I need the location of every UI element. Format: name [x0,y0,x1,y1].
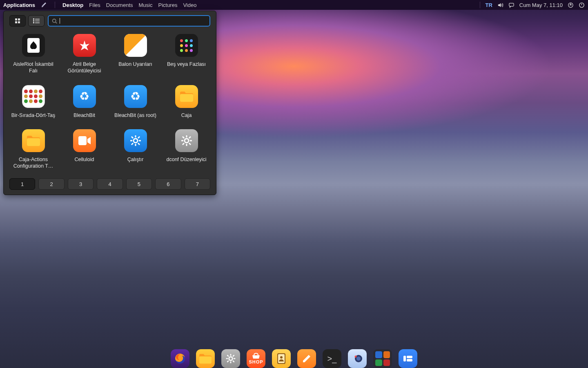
search-input[interactable] [62,18,206,24]
app-caja[interactable]: Caja [163,85,210,119]
video-icon [73,129,96,152]
power-icon[interactable] [579,2,585,8]
clock[interactable]: Cum May 7, 11:10 [519,2,563,8]
app-bleachbit-root[interactable]: ♻ BleachBit (as root) [111,85,159,119]
svg-rect-29 [403,356,406,361]
app-bleachbit[interactable]: ♻ BleachBit [60,85,108,119]
gear-icon [124,129,147,152]
svg-rect-8 [35,19,40,20]
svg-point-18 [134,139,138,143]
app-launcher: AisleRiot İskambil Falı Atril Belge Görü… [3,11,216,195]
page-2[interactable]: 2 [38,178,64,190]
list-view-button[interactable] [28,15,45,27]
page-6[interactable]: 6 [155,178,181,190]
svg-rect-3 [15,18,17,20]
svg-point-27 [356,357,361,361]
app-atril[interactable]: Atril Belge Görüntüleyicisi [60,34,108,74]
place-desktop[interactable]: Desktop [62,2,83,8]
svg-rect-7 [33,18,34,20]
connect4-icon [22,85,45,108]
svg-rect-30 [407,356,412,358]
app-aisleriot[interactable]: AisleRiot İskambil Falı [9,34,57,74]
dots-icon [175,34,198,57]
card-icon [22,34,45,57]
place-video[interactable]: Video [183,2,196,8]
svg-rect-21 [199,356,212,364]
chat-icon[interactable] [508,2,514,8]
svg-rect-12 [35,22,40,23]
page-4[interactable]: 4 [97,178,122,190]
keyboard-layout[interactable]: TR [485,2,492,8]
grid-view-button[interactable] [9,15,26,27]
dock-notes[interactable] [297,349,316,368]
place-documents[interactable]: Documents [106,2,133,8]
page-3[interactable]: 3 [68,178,94,190]
svg-rect-4 [18,18,20,20]
dock-camera[interactable] [348,349,367,368]
dock-shop[interactable]: SHOP [247,349,265,368]
brush-icon[interactable] [41,2,47,8]
page-1[interactable]: 1 [9,178,35,190]
balloon-icon [124,34,147,57]
dock-files[interactable] [196,349,215,368]
top-panel: Applications Desktop Files Documents Mus… [0,0,588,10]
app-dconf[interactable]: dconf Düzenleyici [163,129,210,170]
svg-point-28 [355,356,357,358]
svg-rect-9 [33,20,34,22]
dock-firefox[interactable] [171,349,189,368]
recycle-icon: ♻ [124,85,147,108]
pager: 1 2 3 4 5 6 7 [9,178,210,190]
app-five-or-more[interactable]: Beş veya Fazlası [163,34,210,74]
app-balloon[interactable]: Balon Uyarıları [111,34,159,74]
dock-contacts[interactable] [272,349,291,368]
app-four-in-a-row[interactable]: Bir-Sırada-Dört-Taş [9,85,57,119]
dock-settings[interactable] [221,349,240,368]
svg-point-25 [280,356,283,359]
app-run[interactable]: Çalıştır [111,129,159,170]
place-pictures[interactable]: Pictures [158,2,177,8]
svg-rect-17 [78,136,87,145]
place-music[interactable]: Music [139,2,153,8]
svg-point-13 [53,19,56,22]
search-icon [52,18,57,24]
svg-rect-6 [18,21,20,23]
dock-office-group[interactable] [373,349,392,368]
apps-grid: AisleRiot İskambil Falı Atril Belge Görü… [9,34,210,169]
svg-rect-15 [180,94,193,102]
dock: SHOP >_ [163,347,425,368]
svg-rect-31 [407,359,412,361]
page-7[interactable]: 7 [185,178,210,190]
search-box[interactable] [48,15,210,27]
pdf-icon [73,34,96,57]
dock-terminal[interactable]: >_ [323,349,341,368]
svg-rect-0 [509,3,514,6]
svg-rect-10 [35,21,40,22]
svg-point-22 [229,357,233,361]
recycle-icon: ♻ [73,85,96,108]
page-5[interactable]: 5 [126,178,152,190]
svg-rect-16 [27,138,40,146]
svg-rect-11 [33,22,34,23]
dock-dashboard[interactable] [399,349,417,368]
svg-rect-5 [15,21,17,23]
app-caja-actions[interactable]: Caja-Actions Configuration T… [9,129,57,170]
volume-icon[interactable] [497,2,503,8]
applications-menu[interactable]: Applications [3,2,35,8]
separator [55,2,55,8]
gear-icon [175,129,198,152]
cursor [60,18,60,24]
folder-icon [175,85,198,108]
svg-point-19 [185,139,189,143]
place-files[interactable]: Files [89,2,100,8]
app-celluloid[interactable]: Celluloid [60,129,108,170]
brightness-icon[interactable] [568,2,574,8]
folder-icon [22,129,45,152]
